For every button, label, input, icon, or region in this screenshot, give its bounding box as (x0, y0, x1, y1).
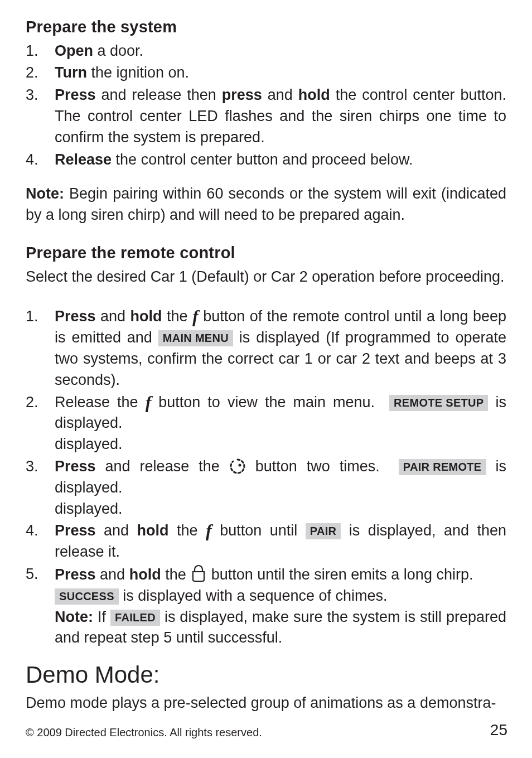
list-item: 4. Release the control center button and… (26, 149, 506, 171)
text: displayed. (55, 436, 123, 452)
text: and (96, 308, 130, 325)
action-word: Press (55, 86, 96, 103)
text: the control center button and proceed be… (112, 151, 413, 168)
action-word: hold (130, 308, 162, 325)
text: a door. (93, 42, 143, 59)
action-word: hold (298, 86, 330, 103)
text: and (96, 566, 129, 583)
display-label: SUCCESS (55, 588, 119, 605)
action-word: Open (55, 42, 93, 59)
text: displayed. (55, 500, 123, 517)
list-item: 4. Press and hold the f button until PAI… (26, 520, 506, 563)
text: and (262, 86, 298, 103)
list-marker: 5. (26, 564, 55, 649)
action-word: Release (55, 151, 112, 168)
list-marker: 3. (26, 85, 55, 148)
note-paragraph: Note: Begin pairing within 60 seconds or… (26, 184, 506, 226)
heading-prepare-remote: Prepare the remote control (26, 242, 506, 264)
action-word: Press (55, 566, 96, 583)
note-label: Note: (26, 185, 64, 202)
text: button until the siren emits a long chir… (207, 566, 473, 583)
list-prepare-remote: 1. Press and hold the f button of the re… (26, 306, 506, 649)
list-marker: 2. (26, 392, 55, 455)
list-item: 2. Turn the ignition on. (26, 62, 506, 84)
list-marker: 4. (26, 149, 55, 171)
text: and release then (96, 86, 222, 103)
list-item: 1. Press and hold the f button of the re… (26, 306, 506, 390)
list-item: 5. Press and hold the button until the s… (26, 564, 506, 649)
list-item: 3. Press and release the button two time… (26, 456, 506, 519)
display-label: PAIR REMOTE (399, 459, 486, 475)
list-marker: 3. (26, 456, 55, 519)
display-label: REMOTE SETUP (389, 395, 488, 411)
heading-demo-mode: Demo Mode: (26, 659, 506, 692)
lock-icon (190, 564, 207, 583)
list-item: 1. Open a door. (26, 41, 506, 62)
list-item: 2. Release the f button to view the main… (26, 392, 506, 455)
list-marker: 1. (26, 306, 55, 390)
heading-prepare-system: Prepare the system (26, 16, 506, 38)
page-number: 25 (490, 721, 507, 739)
intro-paragraph: Select the desired Car 1 (Default) or Ca… (26, 267, 506, 288)
demo-paragraph: Demo mode plays a pre-selected group of … (26, 693, 506, 714)
action-word: Turn (55, 64, 87, 81)
page-body: Prepare the system 1. Open a door. 2. Tu… (26, 16, 506, 714)
text: button until (212, 522, 306, 539)
list-prepare-system: 1. Open a door. 2. Turn the ignition on.… (26, 41, 506, 171)
display-label: PAIR (306, 523, 341, 539)
list-marker: 4. (26, 520, 55, 563)
remote-start-icon (229, 458, 246, 475)
text: the ignition on. (87, 64, 189, 81)
text: Begin pairing within 60 seconds or the s… (26, 185, 506, 223)
text: button to view the main menu. (151, 394, 375, 411)
list-marker: 1. (26, 41, 55, 62)
page-footer: © 2009 Directed Electronics. All rights … (26, 721, 507, 739)
text: is displayed with a sequence of chimes. (119, 587, 388, 604)
text: and release the (96, 458, 229, 475)
list-marker: 2. (26, 62, 55, 84)
text: the (162, 308, 193, 325)
action-word: Press (55, 458, 96, 475)
display-label: MAIN MENU (158, 330, 233, 346)
list-item: 3. Press and release then press and hold… (26, 85, 506, 148)
action-word: press (222, 86, 262, 103)
copyright-text: © 2009 Directed Electronics. All rights … (26, 726, 262, 739)
svg-point-0 (238, 464, 241, 466)
action-word: Press (55, 522, 96, 539)
text: the (169, 522, 206, 539)
action-word: hold (137, 522, 169, 539)
display-label: FAILED (110, 610, 160, 626)
action-word: Press (55, 308, 96, 325)
note-label: Note: (55, 609, 93, 625)
text: Release the (55, 394, 146, 411)
text: button two times. (246, 458, 380, 475)
action-word: hold (129, 566, 161, 583)
text: the (161, 566, 191, 583)
text: If (93, 609, 110, 625)
text: and (96, 522, 137, 539)
